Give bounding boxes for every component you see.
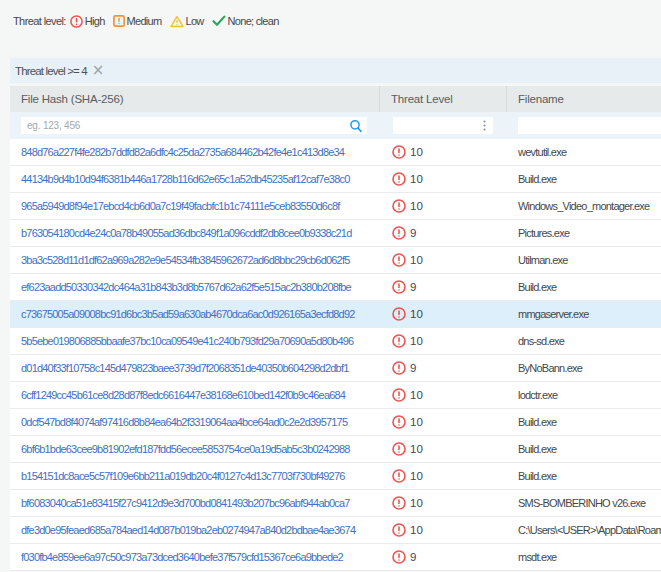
legend-item-label: High — [85, 15, 105, 27]
file-hash-link[interactable]: b763054180cd4e24c0a78b49055ad36dbc849f1a… — [21, 227, 352, 239]
column-header-file-hash[interactable]: File Hash (SHA-256) — [10, 86, 379, 112]
file-hash-link[interactable]: 5b5ebe019806885bbaafe37bc10ca09549e41c24… — [21, 335, 353, 347]
table-filter-row — [10, 112, 661, 139]
threat-high-icon — [392, 280, 406, 294]
threat-high-icon — [392, 307, 406, 321]
threat-high-icon — [392, 253, 406, 267]
legend-item-low: Low — [170, 15, 204, 28]
table-row[interactable]: b154151dc8ace5c57f109e6bb211a019db20c4f0… — [10, 463, 661, 490]
filename-value: Windows_Video_montager.exe — [518, 200, 649, 212]
filename-value: Build.exe — [518, 173, 556, 185]
table-row[interactable]: b763054180cd4e24c0a78b49055ad36dbc849f1a… — [10, 220, 661, 247]
threat-high-icon — [392, 334, 406, 348]
table-row[interactable]: 0dcf547bd8f4074af97416d8b84ea64b2f331906… — [10, 409, 661, 436]
file-hash-link[interactable]: 6cff1249cc45b61ce8d28d87f8edc6616447e381… — [21, 389, 345, 401]
threat-level-value: 10 — [410, 335, 423, 347]
active-filter-bar: Threat level >= 4 × — [10, 58, 661, 83]
threat-level-value: 9 — [410, 227, 416, 239]
threat-level-value: 10 — [410, 308, 423, 320]
threat-level-legend: Threat level: High Medium Low None; clea… — [13, 13, 287, 29]
file-hash-link[interactable]: 848d76a227f4fe282b7ddfd82a6dfc4c25da2735… — [21, 146, 344, 158]
threat-level-value: 10 — [410, 146, 423, 158]
file-hash-link[interactable]: bf6083040ca51e83415f27c9412d9e3d700bd084… — [21, 497, 350, 509]
threat-high-icon — [392, 415, 406, 429]
legend-label: Threat level: — [13, 15, 66, 27]
filename-value: ByNoBann.exe — [518, 362, 582, 374]
legend-item-label: None; clean — [228, 15, 279, 27]
filename-value: Pictures.exe — [518, 227, 569, 239]
medium-icon — [113, 15, 125, 27]
filename-value: dns-sd.exe — [518, 335, 564, 347]
threat-level-value: 10 — [410, 173, 423, 185]
table-row[interactable]: f030fb4e859ee6a97c50c973a73dced3640befe3… — [10, 544, 661, 571]
filename-value: msdt.exe — [518, 551, 556, 563]
table-row[interactable]: c73675005a09008bc91d6bc3b5ad59a630ab4670… — [10, 301, 661, 328]
threat-level-value: 10 — [410, 254, 423, 266]
threat-high-icon — [392, 496, 406, 510]
file-hash-link[interactable]: 3ba3c528d11d1df62a969a282e9e54534fb38459… — [21, 254, 349, 266]
filter-chip-remove-icon[interactable]: × — [92, 64, 105, 77]
table-row[interactable]: ef623aadd50330342dc464a31b843b3d8b5767d6… — [10, 274, 661, 301]
table-header: File Hash (SHA-256) Threat Level Filenam… — [10, 86, 661, 112]
threat-high-icon — [392, 550, 406, 564]
file-hash-link[interactable]: 44134b9d4b10d94f6381b446a1728b116d62e65c… — [21, 173, 349, 185]
filename-value: lodctr.exe — [518, 389, 557, 401]
threat-high-icon — [392, 388, 406, 402]
table-row[interactable]: 848d76a227f4fe282b7ddfd82a6dfc4c25da2735… — [10, 139, 661, 166]
table-row[interactable]: bf6083040ca51e83415f27c9412d9e3d700bd084… — [10, 490, 661, 517]
threat-high-icon — [392, 523, 406, 537]
table-row[interactable]: dfe3d0e95feaed685a784aed14d087b019ba2eb0… — [10, 517, 661, 544]
low-icon — [170, 15, 184, 28]
threat-level-value: 10 — [410, 443, 423, 455]
filename-filter-input[interactable] — [518, 117, 661, 134]
table-row[interactable]: 6bf6b1bde63cee9b81902efd187fdd56ecee5853… — [10, 436, 661, 463]
hash-filter-input[interactable] — [21, 117, 367, 134]
threat-high-icon — [392, 145, 406, 159]
filename-value: Build.exe — [518, 470, 556, 482]
file-hash-link[interactable]: d01d40f33f10758c145d479823baee3739d7f206… — [21, 362, 348, 374]
file-hash-link[interactable]: 6bf6b1bde63cee9b81902efd187fdd56ecee5853… — [21, 443, 350, 455]
threat-high-icon — [392, 442, 406, 456]
table-row[interactable]: 5b5ebe019806885bbaafe37bc10ca09549e41c24… — [10, 328, 661, 355]
column-header-threat-level[interactable]: Threat Level — [379, 86, 506, 112]
filename-value: wevtutil.exe — [518, 146, 566, 158]
search-icon[interactable] — [347, 117, 365, 134]
filter-options-icon[interactable] — [478, 117, 490, 134]
table-row[interactable]: 6cff1249cc45b61ce8d28d87f8edc6616447e381… — [10, 382, 661, 409]
column-header-filename[interactable]: Filename — [506, 86, 661, 112]
filename-value: C:\Users\<USER>\AppData\Roaming — [518, 524, 661, 536]
file-hash-link[interactable]: f030fb4e859ee6a97c50c973a73dced3640befe3… — [21, 551, 343, 563]
file-hash-link[interactable]: b154151dc8ace5c57f109e6bb211a019db20c4f0… — [21, 470, 345, 482]
high-icon — [70, 15, 83, 28]
file-hash-link[interactable]: 965a5949d8f94e17ebcd4cb6d0a7c19f49facbfc… — [21, 200, 339, 212]
file-hash-link[interactable]: 0dcf547bd8f4074af97416d8b84ea64b2f331906… — [21, 416, 347, 428]
legend-item-high: High — [70, 15, 105, 28]
filename-value: mmgaserver.exe — [518, 308, 589, 320]
threat-level-value: 10 — [410, 497, 423, 509]
threat-level-value: 10 — [410, 416, 423, 428]
legend-item-clean: None; clean — [212, 15, 279, 27]
file-hash-link[interactable]: dfe3d0e95feaed685a784aed14d087b019ba2eb0… — [21, 524, 355, 536]
filter-chip-label: Threat level >= 4 — [15, 65, 87, 77]
table-row[interactable]: 44134b9d4b10d94f6381b446a1728b116d62e65c… — [10, 166, 661, 193]
table-row[interactable]: 3ba3c528d11d1df62a969a282e9e54534fb38459… — [10, 247, 661, 274]
legend-item-label: Medium — [127, 15, 162, 27]
filename-value: Build.exe — [518, 416, 556, 428]
threat-high-icon — [392, 172, 406, 186]
threat-level-value: 10 — [410, 470, 423, 482]
file-hash-link[interactable]: c73675005a09008bc91d6bc3b5ad59a630ab4670… — [21, 308, 355, 320]
filename-value: Utilman.exe — [518, 254, 568, 266]
table-row[interactable]: 965a5949d8f94e17ebcd4cb6d0a7c19f49facbfc… — [10, 193, 661, 220]
legend-item-medium: Medium — [113, 15, 162, 27]
threat-level-value: 10 — [410, 524, 423, 536]
legend-item-label: Low — [186, 15, 204, 27]
threat-level-value: 10 — [410, 200, 423, 212]
table-row[interactable]: d01d40f33f10758c145d479823baee3739d7f206… — [10, 355, 661, 382]
filename-value: SMS-BOMBERINHO v26.exe — [518, 497, 645, 509]
filename-value: Build.exe — [518, 281, 556, 293]
threat-level-value: 9 — [410, 281, 416, 293]
threat-level-value: 9 — [410, 551, 416, 563]
threat-level-value: 9 — [410, 362, 416, 374]
threat-high-icon — [392, 226, 406, 240]
file-hash-link[interactable]: ef623aadd50330342dc464a31b843b3d8b5767d6… — [21, 281, 351, 293]
